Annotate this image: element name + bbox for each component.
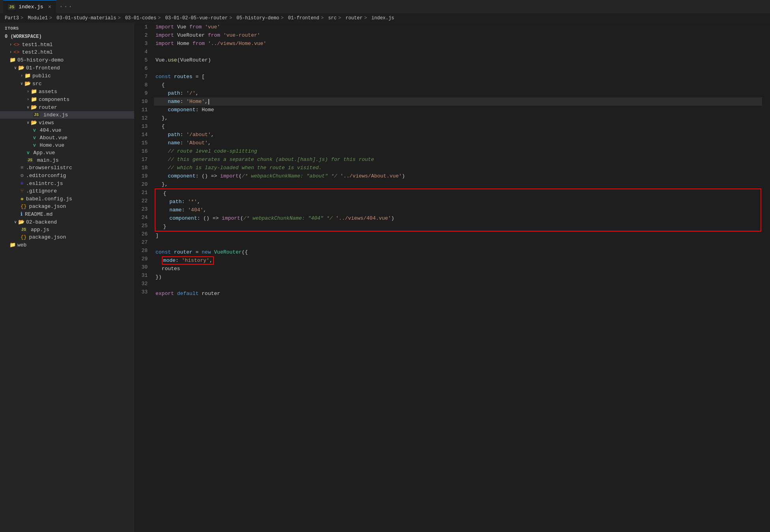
code-content: import Vue from 'vue' import VueRouter f… <box>154 23 770 532</box>
sidebar-item-package-json-2[interactable]: {} package.json <box>0 233 134 241</box>
sidebar-item-app-vue[interactable]: V App.vue <box>0 149 134 157</box>
code-line: import VueRouter from 'vue-router' <box>154 31 762 39</box>
code-line: }) <box>154 273 762 281</box>
sidebar-item-404-vue[interactable]: V 404.vue <box>0 127 134 134</box>
folder-icon: 📁 <box>24 73 31 79</box>
babel-icon: ❋ <box>21 196 24 202</box>
sidebar-item-02-backend[interactable]: ∨ 📂 02-backend <box>0 218 134 226</box>
code-line: { <box>154 122 762 131</box>
red-box-section: { path: '*', name: '404', component: () … <box>155 189 761 231</box>
code-editor[interactable]: 12345 678910 1112131415 1617181920 21222… <box>134 23 770 532</box>
sidebar-item-01-frontend[interactable]: ∨ 📂 01-frontend <box>0 64 134 72</box>
js-file-icon: JS <box>8 4 15 10</box>
code-line: name: 'Home', <box>154 97 762 106</box>
js-icon: JS <box>21 227 27 232</box>
code-line: { <box>155 189 761 198</box>
tab-close-button[interactable]: × <box>48 4 51 10</box>
folder-icon: 📁 <box>31 96 37 103</box>
js-icon: JS <box>33 112 39 118</box>
code-line: name: 'About', <box>154 139 762 147</box>
tab-bar: JS index.js × ··· <box>0 0 770 14</box>
code-line: import Vue from 'vue' <box>154 23 762 31</box>
code-line: const routes = [ <box>154 73 762 81</box>
code-line: } <box>155 222 761 231</box>
eslint-icon: ⊛ <box>21 180 24 187</box>
code-line: { <box>154 81 762 89</box>
sidebar-item-test1[interactable]: › <> test1.html <box>0 41 134 49</box>
vue-icon: V <box>33 143 36 148</box>
code-line: // which is lazy-loaded when the route i… <box>154 164 762 172</box>
folder-icon: 📂 <box>18 65 24 71</box>
sidebar-item-babel-config[interactable]: ❋ babel.config.js <box>0 195 134 203</box>
code-line: path: '/about', <box>154 131 762 139</box>
folder-icon: 📂 <box>24 80 31 87</box>
sidebar-item-app-js[interactable]: JS app.js <box>0 226 134 233</box>
code-line <box>154 281 762 289</box>
main-layout: ITORS 0 (WORKSPACE) › <> test1.html › <>… <box>0 23 770 532</box>
git-icon: ⑂ <box>21 188 24 194</box>
folder-icon: 📁 <box>9 57 16 63</box>
json-icon: {} <box>21 234 27 240</box>
more-tabs-dots[interactable]: ··· <box>59 3 73 10</box>
sidebar-item-gitignore[interactable]: ⑂ .gitignore <box>0 187 134 195</box>
sidebar-item-package-json[interactable]: {} package.json <box>0 203 134 210</box>
sidebar-item-assets[interactable]: › 📁 assets <box>0 88 134 95</box>
code-line: component: () => import(/* webpackChunkN… <box>154 172 762 180</box>
code-container: 12345 678910 1112131415 1617181920 21222… <box>134 23 770 532</box>
code-line: name: '404', <box>155 206 761 214</box>
sidebar-item-src[interactable]: ∨ 📂 src <box>0 80 134 88</box>
folder-icon: 📂 <box>31 104 37 110</box>
sidebar-item-components[interactable]: › 📁 components <box>0 95 134 103</box>
code-line: routes <box>154 265 762 273</box>
folder-icon: 📁 <box>31 88 37 95</box>
sidebar-item-eslintrc[interactable]: ⊛ .eslintrc.js <box>0 179 134 187</box>
code-line: const router = new VueRouter({ <box>154 248 762 256</box>
code-line: mode: 'history', <box>154 256 762 265</box>
sidebar-item-home-vue[interactable]: V Home.vue <box>0 142 134 149</box>
code-line: import Home from '../views/Home.vue' <box>154 39 762 48</box>
sidebar-item-main-js[interactable]: JS main.js <box>0 157 134 164</box>
code-line <box>154 64 762 73</box>
gear-icon: ⚙ <box>21 172 24 179</box>
sidebar-item-router[interactable]: ∨ 📂 router <box>0 103 134 111</box>
code-line: export default router <box>154 289 762 298</box>
code-line: component: () => import(/* webpackChunkN… <box>155 214 761 222</box>
json-icon: {} <box>21 203 27 209</box>
tab-label: index.js <box>19 4 43 10</box>
workspace-header[interactable]: 0 (WORKSPACE) <box>0 32 134 41</box>
sidebar-item-editorconfig[interactable]: ⚙ .editorconfig <box>0 172 134 179</box>
sidebar-item-web[interactable]: 📁 web <box>0 241 134 249</box>
code-line <box>154 48 762 56</box>
sidebar-item-index-js[interactable]: JS index.js <box>0 111 134 119</box>
sidebar-item-public[interactable]: › 📁 public <box>0 72 134 80</box>
sidebar-item-05-history-demo[interactable]: 📁 05-history-demo <box>0 56 134 64</box>
code-line <box>154 240 762 248</box>
code-line: }, <box>154 114 762 122</box>
sidebar-item-views[interactable]: ∨ 📂 views <box>0 119 134 127</box>
rc-icon: ≡ <box>21 165 24 171</box>
breadcrumb: Part3> Module1> 03-01-study-materials> 0… <box>0 14 770 23</box>
code-line: path: '*', <box>155 198 761 206</box>
code-line: }, <box>154 180 762 189</box>
info-icon: ℹ <box>21 211 22 217</box>
sidebar-item-about-vue[interactable]: V About.vue <box>0 134 134 142</box>
vue-icon: V <box>33 136 36 140</box>
vue-icon: V <box>27 151 30 155</box>
sidebar-item-browserslistrc[interactable]: ≡ .browserslistrc <box>0 164 134 172</box>
line-numbers: 12345 678910 1112131415 1617181920 21222… <box>134 23 154 532</box>
sidebar-item-test2[interactable]: › <> test2.html <box>0 49 134 56</box>
folder-icon: 📁 <box>9 242 16 248</box>
sidebar: ITORS 0 (WORKSPACE) › <> test1.html › <>… <box>0 23 134 532</box>
folder-icon: 📂 <box>18 219 24 225</box>
folder-icon: 📂 <box>31 119 37 126</box>
code-line: Vue.use(VueRouter) <box>154 56 762 64</box>
html-icon: <> <box>13 42 20 48</box>
vue-icon: V <box>33 128 36 133</box>
js-icon: JS <box>27 158 33 163</box>
sidebar-item-readme[interactable]: ℹ README.md <box>0 210 134 218</box>
code-line: component: Home <box>154 106 762 114</box>
sidebar-header: ITORS <box>0 23 134 32</box>
code-line: ] <box>154 231 762 240</box>
code-line: path: '/', <box>154 89 762 97</box>
active-tab[interactable]: JS index.js × <box>3 0 56 14</box>
